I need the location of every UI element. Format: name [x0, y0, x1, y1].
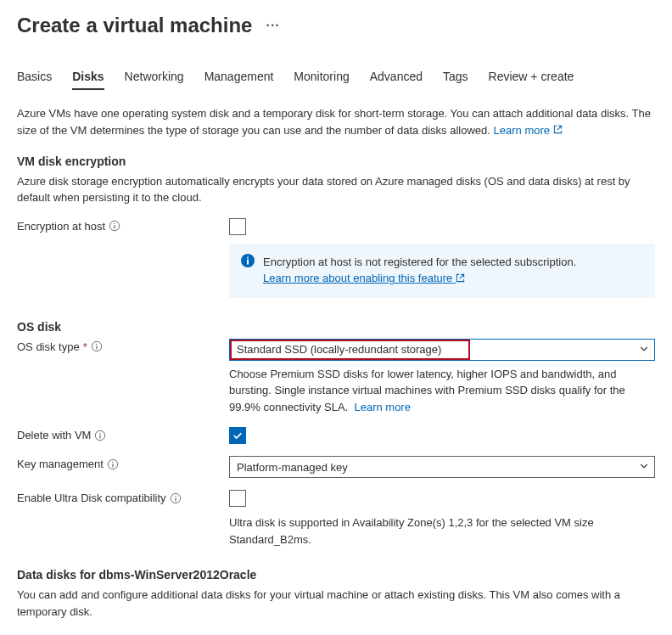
- encryption-at-host-row: Encryption at host Encryption at host is…: [17, 218, 655, 298]
- os-disk-type-row: OS disk type * Standard SSD (locally-red…: [17, 339, 655, 416]
- external-link-icon: [553, 122, 563, 139]
- info-icon[interactable]: [91, 340, 103, 352]
- delete-with-vm-row: Delete with VM: [17, 427, 655, 444]
- page-title: Create a virtual machine ···: [17, 14, 655, 37]
- svg-point-3: [247, 256, 249, 258]
- ultra-disk-checkbox[interactable]: [229, 490, 246, 507]
- tab-advanced[interactable]: Advanced: [370, 66, 423, 90]
- encryption-info-callout: Encryption at host is not registered for…: [229, 244, 655, 298]
- ultra-disk-helper: Ultra disk is supported in Availability …: [229, 514, 655, 548]
- chevron-down-icon: [639, 461, 649, 474]
- data-disks-desc: You can add and configure additional dat…: [17, 587, 655, 620]
- delete-with-vm-checkbox[interactable]: [229, 427, 246, 444]
- key-management-label: Key management: [17, 456, 229, 470]
- tab-management[interactable]: Management: [204, 66, 274, 90]
- wizard-tabs: Basics Disks Networking Management Monit…: [17, 66, 655, 90]
- encryption-at-host-label: Encryption at host: [17, 218, 229, 233]
- svg-point-12: [175, 495, 176, 496]
- os-disk-type-helper: Choose Premium SSD disks for lower laten…: [229, 366, 655, 416]
- svg-point-1: [114, 223, 115, 224]
- disks-intro-learn-more-link[interactable]: Learn more: [494, 124, 563, 137]
- key-management-value: Platform-managed key: [237, 461, 348, 474]
- tab-disks[interactable]: Disks: [72, 66, 104, 90]
- encryption-at-host-checkbox[interactable]: [229, 218, 246, 235]
- key-management-row: Key management Platform-managed key: [17, 456, 655, 478]
- more-actions-icon[interactable]: ···: [266, 18, 279, 33]
- key-management-select[interactable]: Platform-managed key: [229, 456, 655, 478]
- os-disk-type-select[interactable]: Standard SSD (locally-redundant storage): [229, 339, 655, 361]
- data-disks-heading: Data disks for dbms-WinServer2012Oracle: [17, 568, 655, 582]
- tab-monitoring[interactable]: Monitoring: [294, 66, 349, 90]
- disks-intro: Azure VMs have one operating system disk…: [17, 105, 655, 139]
- svg-rect-4: [247, 259, 249, 264]
- info-icon[interactable]: [109, 220, 120, 232]
- svg-point-10: [112, 461, 113, 462]
- encryption-info-text: Encryption at host is not registered for…: [263, 254, 576, 271]
- os-disk-type-learn-more-link[interactable]: Learn more: [354, 401, 410, 413]
- tab-tags[interactable]: Tags: [443, 66, 468, 90]
- info-icon[interactable]: [107, 458, 119, 470]
- info-icon: [241, 254, 255, 267]
- delete-with-vm-label: Delete with VM: [17, 427, 229, 441]
- os-disk-type-label: OS disk type *: [17, 339, 229, 353]
- ultra-disk-row: Enable Ultra Disk compatibility Ultra di…: [17, 490, 655, 548]
- svg-point-8: [100, 432, 101, 433]
- info-icon[interactable]: [170, 492, 182, 504]
- encryption-desc: Azure disk storage encryption automatica…: [17, 173, 655, 206]
- required-asterisk: *: [83, 340, 87, 353]
- os-disk-heading: OS disk: [17, 320, 655, 334]
- encryption-info-link[interactable]: Learn more about enabling this feature: [263, 272, 465, 284]
- tab-basics[interactable]: Basics: [17, 66, 52, 90]
- tab-networking[interactable]: Networking: [125, 66, 184, 90]
- page-title-text: Create a virtual machine: [17, 14, 252, 37]
- info-icon[interactable]: [94, 430, 106, 441]
- os-disk-type-value: Standard SSD (locally-redundant storage): [237, 343, 441, 356]
- tab-review-create[interactable]: Review + create: [489, 66, 574, 90]
- encryption-heading: VM disk encryption: [17, 155, 655, 168]
- chevron-down-icon: [639, 343, 649, 356]
- external-link-icon: [456, 271, 465, 288]
- ultra-disk-label: Enable Ultra Disk compatibility: [17, 490, 229, 504]
- svg-point-6: [96, 344, 97, 345]
